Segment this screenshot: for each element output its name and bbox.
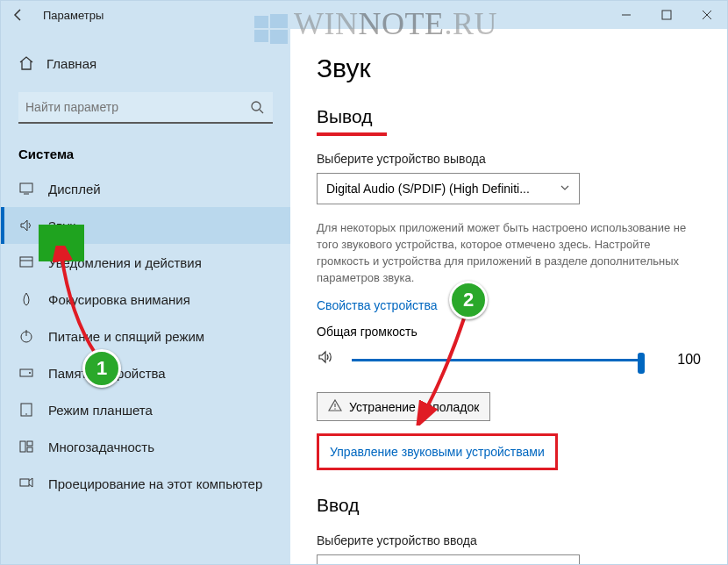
volume-label: Общая громкость [317,325,701,339]
annotation-underline [317,132,387,136]
volume-row: 100 [317,347,701,371]
maximize-button[interactable] [646,1,687,29]
sidebar-item-label: Многозадачность [39,440,154,454]
page-title: Звук [317,54,701,83]
window-title: Параметры [36,9,606,22]
settings-window: Параметры Главная Система [0,0,728,565]
output-device-label: Выберите устройство вывода [317,152,701,166]
search-box[interactable] [18,92,273,124]
display-icon [18,181,39,197]
sidebar-item-label: Дисплей [39,182,101,197]
sidebar-item-multitask[interactable]: Многозадачность [1,428,290,465]
power-icon [18,328,39,344]
storage-icon [18,365,39,381]
troubleshoot-button[interactable]: Устранение неполадок [317,392,490,421]
svg-point-13 [25,413,27,415]
svg-rect-6 [20,257,32,267]
notifications-icon [18,254,39,270]
svg-rect-16 [27,447,32,452]
annotation-highlight-box: Управление звуковыми устройствами [317,433,558,470]
sidebar-item-label: Проецирование на этот компьютер [39,476,262,491]
sidebar-item-tablet[interactable]: Режим планшета [1,391,290,428]
sidebar-item-label: Питание и спящий режим [39,329,204,344]
input-device-select[interactable]: Устройства ввода не найдены [317,554,580,564]
svg-point-2 [252,102,261,111]
svg-point-19 [334,409,335,410]
svg-rect-15 [27,441,32,446]
tablet-icon [18,402,39,418]
annotation-highlight-sound [39,225,84,261]
input-device-value: Устройства ввода не найдены [326,563,560,564]
input-device-label: Выберите устройство ввода [317,533,701,547]
back-button[interactable] [11,8,36,22]
sidebar-item-label: Режим планшета [39,403,153,418]
chevron-down-icon [560,563,570,564]
output-section-title: Вывод [317,106,701,127]
sound-icon [18,218,39,233]
svg-rect-14 [20,441,25,452]
output-device-value: Digital Audio (S/PDIF) (High Definiti... [326,182,560,196]
group-system-label: Система [1,131,290,170]
home-link[interactable]: Главная [1,48,290,82]
minimize-button[interactable] [606,1,646,29]
annotation-badge-1: 1 [82,349,121,388]
annotation-badge-2: 2 [449,281,488,319]
output-device-select[interactable]: Digital Audio (S/PDIF) (High Definiti... [317,173,580,204]
content-pane: Звук Вывод Выберите устройство вывода Di… [290,29,727,564]
focus-icon [18,291,39,307]
sidebar-item-storage[interactable]: Память устройства [1,354,290,391]
sidebar-nav: Дисплей Звук Уведомления и действия Фоку… [1,170,290,502]
sidebar-item-display[interactable]: Дисплей [1,170,290,207]
sidebar-item-focus[interactable]: Фокусировка внимания [1,281,290,318]
sidebar-item-label: Фокусировка внимания [39,292,190,307]
device-properties-link[interactable]: Свойства устройства [317,298,438,312]
search-input[interactable] [25,100,248,114]
close-button[interactable] [687,1,727,29]
titlebar: Параметры [1,1,727,29]
sidebar-item-power[interactable]: Питание и спящий режим [1,318,290,354]
search-icon [248,100,266,114]
svg-point-11 [29,372,31,374]
warning-icon [328,398,342,415]
manage-sound-devices-link[interactable]: Управление звуковыми устройствами [330,445,545,459]
svg-rect-4 [20,183,32,192]
home-icon [18,55,39,71]
input-section-title: Ввод [317,495,701,516]
volume-slider[interactable] [352,351,641,368]
sidebar: Главная Система Дисплей Звук [1,29,290,564]
sidebar-item-project[interactable]: Проецирование на этот компьютер [1,465,290,502]
project-icon [18,476,39,491]
home-label: Главная [39,56,96,71]
svg-line-3 [260,110,263,113]
volume-icon[interactable] [317,347,336,371]
svg-rect-1 [662,11,671,19]
chevron-down-icon [560,182,570,196]
svg-rect-17 [20,479,29,486]
multitask-icon [18,439,39,454]
troubleshoot-label: Устранение неполадок [349,400,479,414]
output-description: Для некоторых приложений может быть наст… [317,220,694,286]
volume-value: 100 [666,352,701,368]
